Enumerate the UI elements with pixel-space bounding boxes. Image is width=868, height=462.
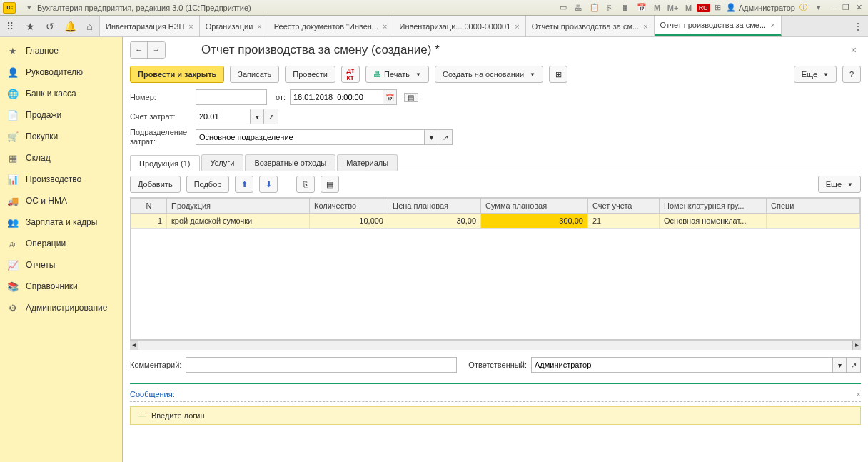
col-product[interactable]: Продукция <box>167 199 310 214</box>
pick-button[interactable]: Подбор <box>186 176 230 193</box>
sidebar-item-assets[interactable]: 🚚ОС и НМА <box>0 190 122 211</box>
sidebar-item-admin[interactable]: ⚙Администрирование <box>0 297 122 318</box>
cell-qty[interactable]: 10,000 <box>310 214 388 229</box>
col-group[interactable]: Номенклатурная гру... <box>660 199 767 214</box>
language-badge[interactable]: RU <box>697 4 710 12</box>
open-ref-button[interactable]: ↗ <box>438 129 453 145</box>
help-button[interactable]: ? <box>842 66 861 83</box>
subtab-returns[interactable]: Возвратные отходы <box>245 154 335 171</box>
print-button[interactable]: 🖶Печать▼ <box>365 66 429 83</box>
sidebar-item-manager[interactable]: 👤Руководителю <box>0 61 122 83</box>
close-document-button[interactable]: × <box>847 44 861 56</box>
structure-button[interactable]: ⊞ <box>549 66 567 83</box>
dropdown-button[interactable]: ▾ <box>250 109 264 124</box>
col-spec[interactable]: Специ <box>767 199 860 214</box>
nav-forward-button[interactable]: → <box>148 42 165 58</box>
cell-group[interactable]: Основная номенклат... <box>660 214 767 229</box>
date-extra-button[interactable]: ▤ <box>404 93 418 102</box>
tab-organizations[interactable]: Организации× <box>200 16 268 36</box>
sidebar-item-purchases[interactable]: 🛒Покупки <box>0 126 122 147</box>
sidebar-item-catalogs[interactable]: 📚Справочники <box>0 276 122 297</box>
calendar-picker-button[interactable]: 📅 <box>383 89 397 105</box>
scroll-left-icon[interactable]: ◄ <box>130 341 138 350</box>
calc-icon[interactable]: 🖩 <box>620 2 632 14</box>
info-dropdown-icon[interactable]: ▾ <box>812 2 825 14</box>
number-input[interactable] <box>196 89 267 105</box>
memory-m-icon[interactable]: M <box>651 2 664 14</box>
dropdown-button[interactable]: ▾ <box>424 129 438 145</box>
products-table[interactable]: N Продукция Количество Цена плановая Сум… <box>130 197 861 340</box>
comment-input[interactable] <box>186 357 457 373</box>
tabs-overflow-icon[interactable]: ⋮ <box>848 16 868 36</box>
cell-price[interactable]: 30,00 <box>388 214 481 229</box>
tab-production-report-new[interactable]: Отчет производства за сме...× <box>655 16 782 36</box>
sidebar-item-bank[interactable]: 🌐Банк и касса <box>0 83 122 104</box>
close-icon[interactable]: × <box>257 22 261 31</box>
close-icon[interactable]: × <box>770 21 774 29</box>
responsible-input[interactable] <box>531 357 832 373</box>
post-button[interactable]: Провести <box>285 66 335 83</box>
history-icon[interactable]: ↺ <box>40 16 60 36</box>
tab-doc-registry[interactable]: Реестр документов "Инвен...× <box>268 16 394 36</box>
clipboard-icon[interactable]: 📋 <box>588 2 601 14</box>
open-ref-button[interactable]: ↗ <box>847 357 861 373</box>
nav-back-button[interactable]: ← <box>131 42 148 58</box>
department-input[interactable] <box>196 129 424 145</box>
col-price[interactable]: Цена плановая <box>388 199 481 214</box>
dropdown-button[interactable]: ▾ <box>832 357 847 373</box>
copy-button[interactable]: ⎘ <box>296 176 315 193</box>
info-icon[interactable]: ⓘ <box>797 2 809 14</box>
notifications-bell-icon[interactable]: 🔔 <box>60 16 80 36</box>
tab-inventory-doc[interactable]: Инвентаризаци... 0000-000001× <box>393 16 525 36</box>
create-based-button[interactable]: Создать на основании▼ <box>435 66 543 83</box>
move-down-button[interactable]: ⬇ <box>259 176 278 193</box>
horizontal-scrollbar[interactable]: ◄ ► <box>130 340 861 350</box>
subtab-materials[interactable]: Материалы <box>337 154 398 171</box>
move-up-button[interactable]: ⬆ <box>235 176 253 193</box>
sidebar-item-operations[interactable]: ДтОперации <box>0 233 122 254</box>
close-icon[interactable]: × <box>515 22 519 31</box>
table-more-button[interactable]: Еще▼ <box>818 176 861 193</box>
home-icon[interactable]: ⌂ <box>80 16 100 36</box>
minimize-button[interactable]: — <box>827 4 839 12</box>
more-button[interactable]: Еще▼ <box>794 66 837 83</box>
close-icon[interactable]: × <box>643 22 647 31</box>
calendar-icon[interactable]: 📅 <box>635 2 648 14</box>
tab-production-reports[interactable]: Отчеты производства за см...× <box>526 16 655 36</box>
sidebar-item-reports[interactable]: 📈Отчеты <box>0 254 122 276</box>
favorite-star-icon[interactable]: ★ <box>20 16 40 36</box>
close-icon[interactable]: × <box>383 22 387 31</box>
table-row[interactable]: 1 крой дамской сумочки 10,000 30,00 300,… <box>131 214 860 229</box>
col-qty[interactable]: Количество <box>310 199 388 214</box>
close-icon[interactable]: × <box>188 22 193 31</box>
cell-product[interactable]: крой дамской сумочки <box>167 214 310 229</box>
layout-icon[interactable]: ⊞ <box>712 2 725 14</box>
col-account[interactable]: Счет учета <box>588 199 660 214</box>
cell-sum[interactable]: 300,00 <box>481 214 588 229</box>
post-and-close-button[interactable]: Провести и закрыть <box>130 66 224 83</box>
sidebar-item-production[interactable]: 📊Производство <box>0 169 122 190</box>
sidebar-item-main[interactable]: ★Главное <box>0 40 122 61</box>
print-icon[interactable]: 🖶 <box>572 2 585 14</box>
apps-grid-icon[interactable]: ⠿ <box>0 16 20 36</box>
memory-m2-icon[interactable]: M <box>682 2 695 14</box>
open-ref-button[interactable]: ↗ <box>264 109 278 124</box>
close-window-button[interactable]: ✕ <box>852 3 865 12</box>
message-item[interactable]: — Введите логин <box>130 406 861 425</box>
star-icon[interactable]: ▾ <box>23 2 36 14</box>
close-messages-button[interactable]: × <box>857 390 861 398</box>
scroll-right-icon[interactable]: ► <box>852 341 861 350</box>
col-n[interactable]: N <box>131 199 167 214</box>
cell-account[interactable]: 21 <box>588 214 660 229</box>
col-sum[interactable]: Сумма плановая <box>481 199 588 214</box>
memory-mplus-icon[interactable]: M+ <box>667 2 680 14</box>
sidebar-item-warehouse[interactable]: ▦Склад <box>0 147 122 169</box>
sidebar-item-sales[interactable]: 📄Продажи <box>0 104 122 126</box>
sidebar-item-salary[interactable]: 👥Зарплата и кадры <box>0 211 122 233</box>
cell-spec[interactable] <box>767 214 860 229</box>
maximize-button[interactable]: ❐ <box>839 3 852 12</box>
add-row-button[interactable]: Добавить <box>130 176 181 193</box>
preview-icon[interactable]: ▭ <box>557 2 570 14</box>
save-button[interactable]: Записать <box>230 66 279 83</box>
subtab-services[interactable]: Услуги <box>201 154 244 171</box>
